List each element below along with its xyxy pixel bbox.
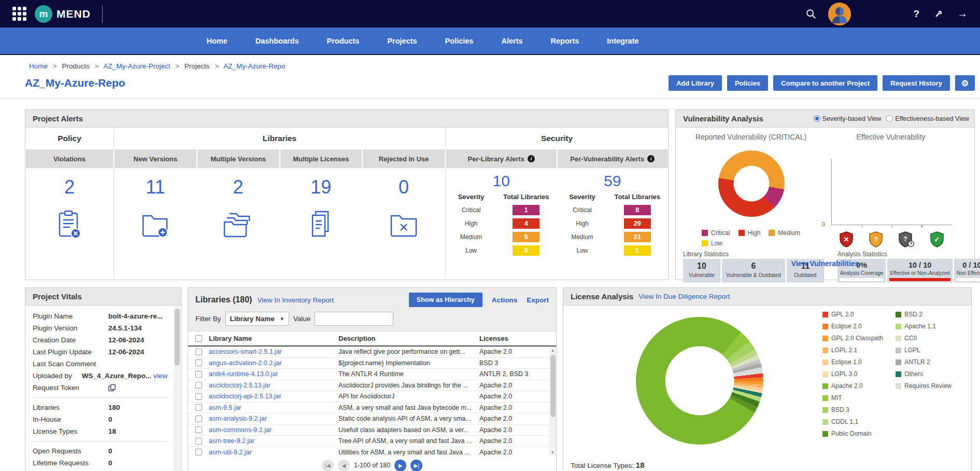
row-checkbox[interactable] xyxy=(195,393,202,400)
help-icon[interactable]: ? xyxy=(913,8,919,20)
export-menu[interactable]: Export xyxy=(527,296,549,304)
legend-item[interactable]: BSD 3 xyxy=(822,406,883,413)
row-checkbox[interactable] xyxy=(195,449,202,455)
legend-item[interactable]: LGPL 2.1 xyxy=(822,347,883,354)
row-checkbox[interactable] xyxy=(195,382,202,389)
multiple-versions-count[interactable]: 2 xyxy=(197,176,279,198)
filter-value-input[interactable] xyxy=(315,312,393,326)
multiple-licenses-count[interactable]: 19 xyxy=(280,176,362,198)
library-table-row[interactable]: asm-tree-9.2.jar Tree API of ASM, a very… xyxy=(188,436,556,447)
per-vulnerability-alerts-total[interactable]: 59 xyxy=(558,172,668,190)
row-checkbox[interactable] xyxy=(195,349,202,355)
breadcrumb-home[interactable]: Home xyxy=(29,62,48,70)
legend-item[interactable]: LGPL xyxy=(896,347,951,354)
row-checkbox[interactable] xyxy=(195,415,202,422)
select-all-checkbox[interactable] xyxy=(195,335,202,342)
nav-item[interactable]: Projects xyxy=(387,37,417,45)
severity-count-badge[interactable]: 1 xyxy=(624,245,651,256)
compare-project-button[interactable]: Compare to another Project xyxy=(773,75,877,91)
nav-item[interactable]: Products xyxy=(327,37,360,45)
row-checkbox[interactable] xyxy=(195,404,202,411)
severity-count-badge[interactable]: 29 xyxy=(624,218,651,229)
breadcrumb-project[interactable]: AZ_My-Azure-Project xyxy=(103,62,170,70)
legend-item[interactable]: Requires Review xyxy=(896,382,951,390)
license-donut-chart[interactable] xyxy=(636,317,763,445)
nav-item[interactable]: Dashboards xyxy=(255,37,299,45)
first-page-button[interactable]: |◀ xyxy=(322,460,334,471)
severity-count-badge[interactable]: 5 xyxy=(513,232,539,242)
show-as-hierarchy-button[interactable]: Show as Hierarchy xyxy=(409,293,482,307)
rejected-in-use-count[interactable]: 0 xyxy=(363,176,445,198)
library-table-row[interactable]: asm-util-9.2.jar Utilities for ASM, a ve… xyxy=(188,447,556,456)
row-checkbox[interactable] xyxy=(195,371,202,378)
mend-logo-icon[interactable]: m xyxy=(35,5,52,23)
severity-based-view-radio[interactable]: Severity-based View xyxy=(814,115,882,122)
library-table-row[interactable]: asm-analysis-9.2.jar Static code analysi… xyxy=(188,413,556,425)
legend-item[interactable]: CC0 xyxy=(896,335,951,342)
library-name-link[interactable]: asciidoctorj-api-2.5.13.jar xyxy=(209,393,338,400)
library-table-row[interactable]: asciidoctorj-2.5.13.jar AsciidoctorJ pro… xyxy=(188,380,556,392)
apps-grid-icon[interactable] xyxy=(12,7,26,21)
library-name-link[interactable]: asm-tree-9.2.jar xyxy=(209,437,338,445)
info-icon[interactable]: i xyxy=(528,155,535,162)
library-name-link[interactable]: angus-activation-2.0.2.jar xyxy=(209,359,338,367)
inventory-report-link[interactable]: View In Inventory Report xyxy=(257,296,334,304)
new-versions-count[interactable]: 11 xyxy=(115,176,196,198)
row-checkbox[interactable] xyxy=(195,426,202,433)
table-scrollbar[interactable]: ▲ ▼ xyxy=(549,347,556,456)
effectiveness-based-view-radio[interactable]: Effectiveness-based View xyxy=(886,115,969,122)
library-name-link[interactable]: asm-commons-9.2.jar xyxy=(209,426,338,434)
logout-arrow-icon[interactable]: → xyxy=(957,8,968,20)
row-checkbox[interactable] xyxy=(195,438,202,445)
reported-vulnerability-donut[interactable] xyxy=(718,150,785,217)
info-icon[interactable]: i xyxy=(647,155,655,162)
nav-item[interactable]: Alerts xyxy=(501,37,522,45)
next-page-button[interactable]: ▶ xyxy=(394,460,406,471)
user-avatar[interactable] xyxy=(828,3,851,25)
policies-button[interactable]: Policies xyxy=(727,75,768,91)
nav-item[interactable]: Reports xyxy=(551,37,579,45)
library-name-link[interactable]: antlr4-runtime-4.13.0.jar xyxy=(209,370,338,378)
severity-count-badge[interactable]: 21 xyxy=(624,232,651,242)
legend-item[interactable]: Eclipse 2.0 xyxy=(822,323,883,330)
nav-item[interactable]: Integrate xyxy=(607,37,638,45)
severity-count-badge[interactable]: 8 xyxy=(624,205,651,215)
in-analysis-shield-icon[interactable]: ? xyxy=(898,231,915,250)
legend-item[interactable]: ANTLR 2 xyxy=(896,358,951,366)
legend-item[interactable]: Eclipse 1.0 xyxy=(822,358,883,366)
legend-item[interactable]: GPL 2.0 xyxy=(822,311,883,318)
library-table-row[interactable]: asm-commons-9.2.jar Usefull class adapte… xyxy=(188,425,556,436)
protected-shield-icon[interactable]: ✓ xyxy=(929,231,945,250)
per-library-alerts-total[interactable]: 10 xyxy=(446,172,557,190)
severity-count-badge[interactable]: 4 xyxy=(513,218,539,229)
library-name-link[interactable]: accessors-smart-2.5.1.jar xyxy=(209,348,338,355)
row-checkbox[interactable] xyxy=(195,359,202,366)
legend-item[interactable]: Public Domain xyxy=(822,430,883,437)
vitals-scrollbar[interactable] xyxy=(174,307,180,471)
legend-item[interactable]: Apache 2.0 xyxy=(822,382,883,390)
library-name-link[interactable]: asm-9.5.jar xyxy=(209,404,338,411)
prev-page-button[interactable]: ◀ xyxy=(338,460,350,471)
library-table-row[interactable]: asm-9.5.jar ASM, a very small and fast J… xyxy=(188,403,556,414)
library-table-row[interactable]: antlr4-runtime-4.13.0.jar The ANTLR 4 Ru… xyxy=(188,369,556,380)
library-table-row[interactable]: asciidoctorj-api-2.5.13.jar API for Asci… xyxy=(188,391,556,403)
add-library-button[interactable]: Add Library xyxy=(669,75,722,91)
legend-item[interactable]: LGPL 3.0 xyxy=(822,370,883,378)
filter-field-dropdown[interactable]: Library Name▼ xyxy=(225,312,289,326)
breadcrumb-repo[interactable]: AZ_My-Azure-Repo xyxy=(223,62,285,70)
settings-gear-button[interactable]: ⚙ xyxy=(955,75,975,91)
due-diligence-report-link[interactable]: View In Due Diligence Report xyxy=(638,293,730,300)
severity-count-badge[interactable]: 1 xyxy=(513,205,539,215)
actions-menu[interactable]: Actions xyxy=(492,296,518,304)
legend-item[interactable]: Apache 1.1 xyxy=(896,323,951,330)
wrench-icon[interactable] xyxy=(934,9,944,19)
nav-item[interactable]: Home xyxy=(206,37,227,45)
request-history-button[interactable]: Request History xyxy=(883,75,950,91)
suspected-shield-icon[interactable]: ? xyxy=(868,231,884,250)
last-page-button[interactable]: ▶| xyxy=(410,460,422,471)
legend-item[interactable]: BSD 2 xyxy=(896,311,951,318)
vulnerable-shield-icon[interactable]: ✕ xyxy=(839,231,854,250)
legend-item[interactable]: Others xyxy=(896,370,951,378)
legend-item[interactable]: GPL 2.0 Classpath xyxy=(822,335,883,342)
legend-item[interactable]: MIT xyxy=(822,394,883,401)
